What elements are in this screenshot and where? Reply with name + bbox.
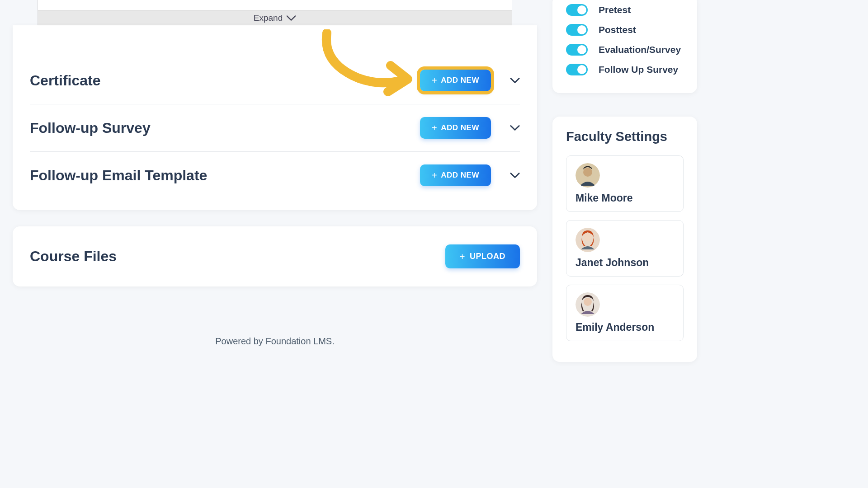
faculty-panel: Faculty Settings Mike Moore Janet Johnso… xyxy=(552,117,697,362)
faculty-name: Mike Moore xyxy=(576,192,674,204)
sections-card: Certificate + ADD NEW Follow-up Survey +… xyxy=(13,25,537,210)
toggle-row-followup: Follow Up Survey xyxy=(566,60,684,80)
section-followup-survey: Follow-up Survey + ADD NEW xyxy=(30,104,520,152)
toggle-label: Posttest xyxy=(599,24,636,35)
plus-icon: + xyxy=(460,252,465,261)
button-label: ADD NEW xyxy=(441,123,479,132)
plus-icon: + xyxy=(432,123,437,132)
footer-text: Powered by Foundation LMS. xyxy=(13,336,537,347)
toggles-panel: Pretest Posttest Evaluation/Survey Follo… xyxy=(552,0,697,93)
content-placeholder xyxy=(38,0,512,11)
faculty-card[interactable]: Mike Moore xyxy=(566,155,684,212)
section-certificate: Certificate + ADD NEW xyxy=(30,25,520,104)
section-title: Follow-up Email Template xyxy=(30,167,207,184)
svg-point-3 xyxy=(584,233,592,241)
section-followup-email: Follow-up Email Template + ADD NEW xyxy=(30,152,520,199)
upload-button[interactable]: + UPLOAD xyxy=(445,244,520,268)
chevron-down-icon xyxy=(286,13,296,23)
button-label: UPLOAD xyxy=(470,252,505,261)
faculty-heading: Faculty Settings xyxy=(566,129,684,144)
course-files-title: Course Files xyxy=(30,248,117,265)
toggle-label: Evaluation/Survey xyxy=(599,44,681,55)
toggle-followup[interactable] xyxy=(566,64,588,75)
svg-point-5 xyxy=(584,298,592,306)
add-new-followup-email-button[interactable]: + ADD NEW xyxy=(420,164,491,186)
button-label: ADD NEW xyxy=(441,76,479,85)
toggle-row-pretest: Pretest xyxy=(566,0,684,20)
chevron-down-icon[interactable] xyxy=(510,170,520,180)
section-title: Certificate xyxy=(30,72,101,89)
plus-icon: + xyxy=(432,171,437,180)
toggle-row-evaluation: Evaluation/Survey xyxy=(566,40,684,60)
expand-label: Expand xyxy=(254,13,283,23)
toggle-evaluation[interactable] xyxy=(566,44,588,56)
avatar xyxy=(576,292,600,317)
chevron-down-icon[interactable] xyxy=(510,123,520,133)
toggle-label: Pretest xyxy=(599,5,631,15)
add-new-followup-survey-button[interactable]: + ADD NEW xyxy=(420,117,491,139)
faculty-card[interactable]: Janet Johnson xyxy=(566,220,684,277)
toggle-pretest[interactable] xyxy=(566,4,588,16)
faculty-name: Emily Anderson xyxy=(576,321,674,333)
faculty-name: Janet Johnson xyxy=(576,257,674,269)
plus-icon: + xyxy=(432,76,437,85)
faculty-card[interactable]: Emily Anderson xyxy=(566,285,684,341)
avatar xyxy=(576,228,600,252)
toggle-posttest[interactable] xyxy=(566,24,588,36)
section-title: Follow-up Survey xyxy=(30,120,151,136)
svg-point-1 xyxy=(583,168,592,177)
button-label: ADD NEW xyxy=(441,171,479,180)
course-files-card: Course Files + UPLOAD xyxy=(13,226,537,286)
chevron-down-icon[interactable] xyxy=(510,75,520,85)
expand-bar[interactable]: Expand xyxy=(38,11,512,25)
add-new-certificate-button[interactable]: + ADD NEW xyxy=(420,70,491,91)
toggle-row-posttest: Posttest xyxy=(566,20,684,40)
avatar xyxy=(576,163,600,188)
toggle-label: Follow Up Survey xyxy=(599,64,678,75)
